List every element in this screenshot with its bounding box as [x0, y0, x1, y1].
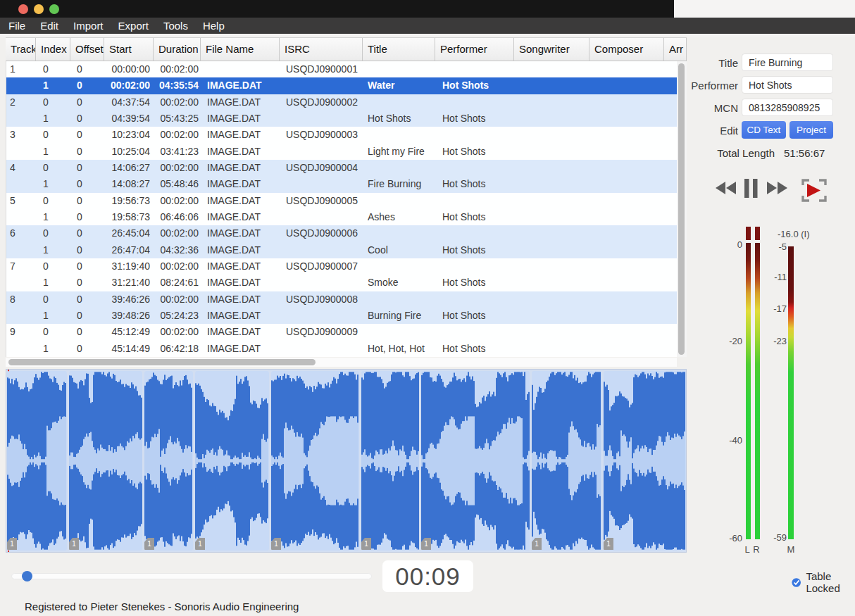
fast-forward-button[interactable]	[767, 182, 788, 194]
table-cell	[6, 144, 37, 160]
rewind-button[interactable]	[716, 182, 737, 194]
table-row[interactable]: 90045:12:4900:02:00IMAGE.DATUSQDJ0900009	[6, 324, 677, 340]
waveform-track-segment[interactable]: 1	[144, 371, 193, 551]
table-cell: 0	[37, 291, 71, 308]
horizontal-scrollbar[interactable]	[6, 358, 677, 367]
table-cell: IMAGE.DAT	[201, 193, 280, 209]
table-cell: 0	[71, 160, 105, 176]
table-cell: 31:19:40	[105, 258, 154, 275]
menu-bar: FileEditImportExportToolsHelp	[0, 18, 855, 34]
table-row[interactable]: 40014:06:2700:02:00IMAGE.DATUSQDJ0900004	[6, 160, 677, 176]
column-header-songwriter[interactable]: Songwriter	[514, 38, 589, 61]
column-header-offset[interactable]: Offset	[70, 38, 104, 61]
title-field[interactable]: Fire Burning	[742, 54, 833, 71]
table-cell: 31:21:40	[105, 275, 154, 291]
table-cell	[436, 225, 515, 241]
column-header-title[interactable]: Title	[363, 38, 435, 61]
table-cell: IMAGE.DAT	[201, 341, 280, 357]
total-length-label: Total Length	[703, 147, 775, 159]
table-row[interactable]: 70031:19:4000:02:00IMAGE.DATUSQDJ0900007	[6, 258, 677, 275]
table-row[interactable]: 80039:46:2600:02:00IMAGE.DATUSQDJ0900008	[6, 291, 677, 308]
table-cell: IMAGE.DAT	[201, 275, 280, 291]
pause-button[interactable]	[744, 179, 758, 198]
column-header-performer[interactable]: Performer	[435, 38, 514, 61]
waveform-track-segment[interactable]: 1	[361, 371, 419, 551]
column-header-composer[interactable]: Composer	[589, 38, 664, 61]
table-locked-checkbox-icon[interactable]	[792, 577, 801, 589]
position-slider[interactable]	[11, 573, 372, 579]
table-cell: 1	[37, 77, 71, 94]
table-locked-control[interactable]: Table Locked	[792, 570, 855, 594]
menu-tools[interactable]: Tools	[163, 20, 188, 32]
table-cell: 14:08:27	[105, 176, 154, 192]
waveform-track-segment[interactable]: 1	[421, 371, 530, 551]
waveform-track-segment[interactable]: 1	[532, 371, 601, 551]
table-row[interactable]: 1010:25:0403:41:23IMAGE.DATLight my Fire…	[6, 144, 677, 160]
table-cell	[515, 225, 590, 241]
position-slider-thumb[interactable]	[22, 571, 32, 582]
table-cell	[515, 193, 590, 209]
waveform-track-segment[interactable]: 1	[195, 371, 269, 551]
project-button[interactable]: Project	[790, 121, 833, 139]
waveform-track-segment[interactable]: 1	[7, 371, 67, 551]
title-field-label: Title	[668, 57, 738, 69]
zoom-window-button[interactable]	[49, 4, 59, 14]
table-row[interactable]: 1004:39:5405:43:25IMAGE.DATHot ShotsHot …	[6, 111, 677, 127]
table-cell: 04:37:54	[105, 94, 154, 111]
waveform-track-segment[interactable]: 1	[69, 371, 142, 551]
table-row[interactable]: 10000:00:0000:02:00USQDJ0900001	[6, 61, 677, 77]
table-row[interactable]: 60026:45:0400:02:00IMAGE.DATUSQDJ0900006	[6, 225, 677, 241]
table-cell	[280, 242, 363, 258]
table-cell	[280, 77, 363, 94]
table-row[interactable]: 1026:47:0404:32:36IMAGE.DATCoolHot Shots	[6, 242, 677, 258]
table-row[interactable]: 20004:37:5400:02:00IMAGE.DATUSQDJ0900002	[6, 94, 677, 111]
column-header-index[interactable]: Index	[36, 38, 70, 61]
menu-help[interactable]: Help	[203, 20, 225, 32]
meter-scale-label: 0	[714, 239, 742, 250]
table-cell: 03:41:23	[154, 144, 201, 160]
table-cell: 1	[6, 61, 37, 77]
waveform-track-segment[interactable]: 1	[271, 371, 359, 551]
table-cell	[280, 111, 363, 127]
table-cell: 8	[6, 291, 37, 308]
table-cell: 0	[37, 127, 71, 143]
column-header-duration[interactable]: Duration	[154, 38, 201, 61]
cd-text-button[interactable]: CD Text	[742, 121, 786, 139]
table-row[interactable]: 1014:08:2705:48:46IMAGE.DATFire BurningH…	[6, 176, 677, 192]
table-row-selected[interactable]: 1000:02:0004:35:54IMAGE.DATWaterHot Shot…	[6, 77, 677, 94]
menu-import[interactable]: Import	[73, 20, 104, 32]
performer-field[interactable]: Hot Shots	[742, 76, 833, 94]
table-row[interactable]: 1019:58:7306:46:06IMAGE.DATAshesHot Shot…	[6, 209, 677, 225]
waveform-track-segment[interactable]: 1	[604, 371, 686, 551]
menu-export[interactable]: Export	[118, 20, 149, 32]
table-row[interactable]: 1031:21:4008:24:61IMAGE.DATSmokeHot Shot…	[6, 275, 677, 291]
column-header-isrc[interactable]: ISRC	[280, 38, 363, 61]
table-row[interactable]: 30010:23:0400:02:00IMAGE.DATUSQDJ0900003	[6, 127, 677, 143]
column-header-start[interactable]: Start	[104, 38, 154, 61]
table-cell: 0	[71, 176, 105, 192]
table-row[interactable]: 50019:56:7300:02:00IMAGE.DATUSQDJ0900005	[6, 193, 677, 209]
table-cell	[363, 94, 436, 111]
waveform-display[interactable]: 111111111	[6, 369, 687, 553]
table-cell: 0	[71, 275, 105, 291]
table-cell	[515, 275, 590, 291]
table-cell	[590, 193, 665, 209]
meter-scale-label: -16.0 (I)	[778, 229, 820, 239]
table-row[interactable]: 1045:14:4906:42:18IMAGE.DATHot, Hot, Hot…	[6, 341, 677, 357]
table-cell: Hot Shots	[436, 176, 515, 192]
column-header-file-name[interactable]: File Name	[201, 38, 280, 61]
column-header-track[interactable]: Track	[6, 38, 36, 61]
table-row[interactable]: 1039:48:2605:24:23IMAGE.DATBurning FireH…	[6, 308, 677, 324]
table-cell: 05:43:25	[154, 111, 201, 127]
menu-file[interactable]: File	[8, 20, 25, 32]
table-cell: USQDJ0900008	[280, 291, 363, 308]
horizontal-scrollbar-thumb[interactable]	[8, 359, 316, 365]
meter-scale-label: -60	[714, 533, 742, 543]
minimize-window-button[interactable]	[34, 4, 44, 14]
table-cell	[280, 341, 363, 357]
menu-edit[interactable]: Edit	[40, 20, 58, 32]
close-window-button[interactable]	[18, 4, 28, 14]
play-region-button[interactable]	[799, 178, 829, 203]
meter-bar-left	[746, 243, 751, 539]
mcn-field[interactable]: 0813285908925	[742, 99, 833, 116]
